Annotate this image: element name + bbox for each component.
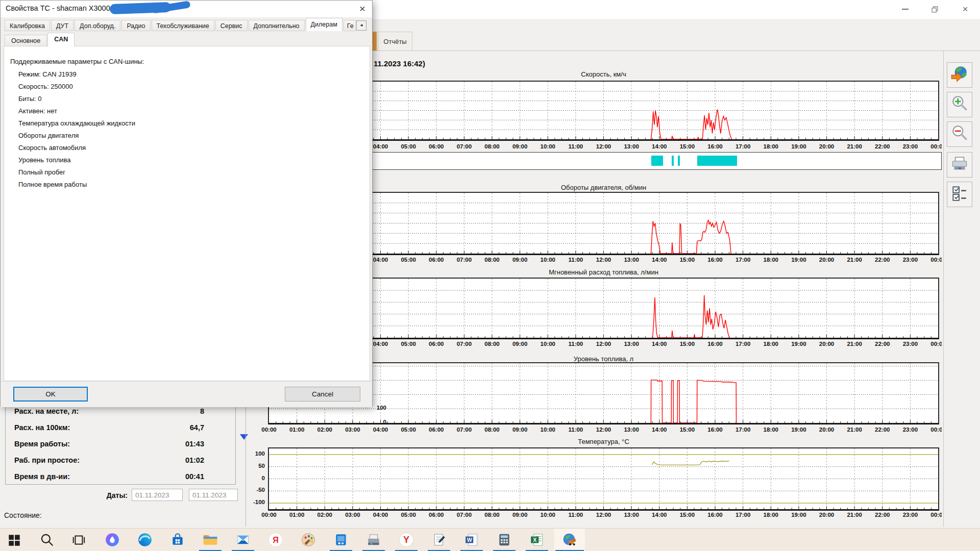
taskbar-monitoring-icon[interactable] [562, 532, 577, 547]
xaxis-tick-label: 06:00 [425, 512, 448, 518]
xaxis-tick-label: 08:00 [481, 257, 503, 263]
xaxis-tick-label: 09:00 [509, 512, 531, 518]
can-parameter-item: Полное время работы [18, 181, 87, 188]
taskbar-mail-icon[interactable] [235, 532, 251, 547]
map-button[interactable] [947, 62, 972, 88]
dialog-tab-4[interactable]: Радио [121, 20, 150, 31]
ok-button[interactable]: OK [13, 387, 88, 402]
zoom-in-icon [950, 94, 969, 115]
taskbar-edge-icon[interactable] [137, 532, 153, 547]
taskbar-store-icon[interactable] [170, 532, 185, 547]
xaxis-tick-label: 13:00 [620, 512, 643, 518]
taskbar-start-icon[interactable] [7, 532, 22, 547]
xaxis-tick-label: 08:00 [481, 427, 503, 433]
xaxis-tick-label: 18:00 [760, 257, 782, 263]
xaxis-tick-label: 15:00 [676, 512, 698, 518]
xaxis-tick-label: 16:00 [704, 143, 726, 149]
temperature-chart-title: Температура, °C [269, 438, 938, 445]
date-from-input[interactable] [132, 489, 183, 501]
dialog-subtab-основное[interactable]: Основное [5, 35, 47, 46]
xaxis-tick-label: 10:00 [536, 512, 559, 518]
cancel-button[interactable]: Cancel [285, 387, 360, 402]
xaxis-tick-label: 06:00 [425, 143, 448, 149]
dialog-tab-9[interactable]: Ге [344, 20, 356, 31]
stat-label: Расх. на месте, л: [14, 407, 79, 415]
dialog-tab-6[interactable]: Сервис [215, 20, 248, 31]
xaxis-tick-label: 18:00 [760, 143, 782, 149]
can-parameter-item: Скорость автомобиля [18, 144, 86, 152]
xaxis-tick-label: 16:00 [704, 341, 726, 347]
xaxis-tick-label: 01:00 [286, 427, 308, 433]
xaxis-tick-label: 20:00 [816, 143, 838, 149]
taskbar-paint-icon[interactable] [301, 532, 316, 547]
taskbar-yandex-icon[interactable]: Я [268, 532, 283, 547]
taskbar-excel-icon[interactable]: X [529, 532, 545, 547]
minimize-icon[interactable] [897, 3, 913, 15]
temperature-chart-xaxis: 00:0001:0002:0003:0004:0005:0006:0007:00… [246, 512, 942, 520]
xaxis-tick-label: 04:00 [370, 341, 392, 347]
xaxis-tick-label: 04:00 [370, 257, 392, 263]
dialog-tab-2[interactable]: ДУТ [51, 20, 74, 31]
taskbar-task-view-icon[interactable] [72, 532, 87, 547]
dates-label: Даты: [92, 491, 128, 499]
dialog-titlebar[interactable]: Свойства ТС - shacman X3000 (8 × [1, 1, 372, 17]
taskbar-ybrowser-icon[interactable]: Y [399, 532, 414, 547]
taskbar-notes-icon[interactable] [431, 532, 447, 547]
can-parameter-item: Уровень топлива [18, 156, 71, 164]
xaxis-tick-label: 12:00 [593, 143, 615, 149]
xaxis-tick-label: 10:00 [536, 143, 559, 149]
taskbar-word-icon[interactable]: W [464, 532, 479, 547]
xaxis-tick-label: 19:00 [788, 257, 810, 263]
taskbar-phone-icon[interactable] [333, 532, 349, 547]
dialog-footer: OK Cancel [1, 381, 372, 407]
close-icon[interactable]: × [958, 3, 973, 15]
xaxis-tick-label: 10:00 [536, 427, 559, 433]
xaxis-tick-label: 09:00 [509, 341, 531, 347]
xaxis-tick-label: 06:00 [425, 257, 448, 263]
tab-reports[interactable]: Отчёты [378, 32, 412, 51]
report-options-button[interactable] [947, 182, 972, 207]
stat-value: 01:02 [185, 456, 204, 464]
dialog-title: Свойства ТС - shacman X3000 (8 [6, 4, 119, 12]
taskbar-calculator-icon[interactable] [497, 532, 512, 547]
dialog-tab-8[interactable]: Дилерам [306, 18, 342, 31]
taskbar-explorer-icon[interactable] [203, 532, 218, 547]
xaxis-tick-label: 05:00 [397, 143, 420, 149]
print-icon [950, 155, 969, 175]
dialog-tab-3[interactable]: Доп.оборуд. [75, 20, 120, 31]
xaxis-tick-label: 04:00 [370, 512, 392, 518]
zoom-out-icon [950, 124, 969, 144]
report-options-icon [950, 184, 969, 205]
dialog-subtab-can[interactable]: CAN [47, 33, 75, 46]
xaxis-tick-label: 11:00 [565, 143, 587, 149]
xaxis-tick-label: 14:00 [648, 427, 671, 433]
dialog-tab-7[interactable]: Дополнительно [249, 20, 305, 31]
toolbar-divider [943, 51, 944, 527]
dialog-tab-1[interactable]: Калибровка [5, 20, 50, 31]
taskbar-alice-icon[interactable] [105, 532, 120, 547]
dialog-close-icon[interactable]: × [355, 2, 370, 16]
taskbar-search-icon[interactable] [39, 532, 55, 547]
restore-icon[interactable] [927, 3, 942, 15]
tab-scroll-left-button[interactable]: ◄ [356, 20, 366, 31]
dialog-tab-5[interactable]: Техобслуживание [152, 20, 214, 31]
hidden-active-tab-edge [372, 32, 377, 51]
temperature-chart-ytick-label: 100 [236, 450, 265, 457]
stat-label: Раб. при простое: [14, 456, 80, 464]
xaxis-tick-label: 07:00 [453, 257, 475, 263]
xaxis-tick-label: 22:00 [871, 512, 894, 518]
print-button[interactable] [947, 152, 972, 178]
temperature-chart-plot[interactable] [268, 447, 939, 511]
xaxis-tick-label: 08:00 [481, 143, 503, 149]
xaxis-tick-label: 00:00 [927, 427, 942, 433]
zoom-in-button[interactable] [947, 92, 972, 117]
xaxis-tick-label: 20:00 [816, 257, 838, 263]
xaxis-tick-label: 03:00 [341, 512, 364, 518]
xaxis-tick-label: 02:00 [313, 512, 336, 518]
xaxis-tick-label: 19:00 [788, 427, 810, 433]
date-to-input[interactable] [189, 489, 238, 501]
movement-interval-bar [651, 156, 663, 166]
zoom-out-button[interactable] [947, 121, 972, 147]
taskbar-fax-icon[interactable] [366, 532, 381, 547]
xaxis-tick-label: 13:00 [620, 341, 643, 347]
